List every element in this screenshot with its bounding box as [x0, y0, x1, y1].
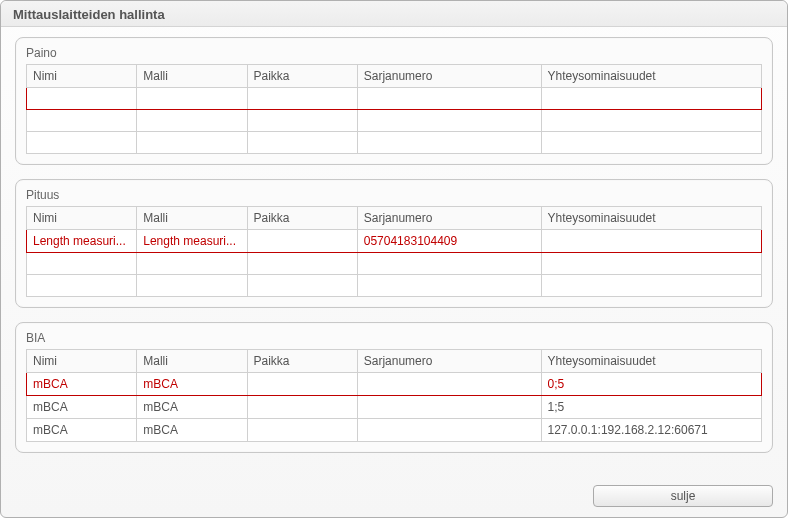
cell-sarja[interactable] [357, 419, 541, 442]
table-bia[interactable]: Nimi Malli Paikka Sarjanumero Yhteysomin… [26, 349, 762, 442]
group-pituus: Pituus Nimi Malli Paikka Sarjanumero Yht… [15, 179, 773, 308]
cell-yht[interactable]: 0;5 [541, 373, 762, 396]
cell-sarja[interactable] [357, 132, 541, 154]
group-label-pituus: Pituus [26, 188, 762, 202]
cell-yht[interactable]: 1;5 [541, 396, 762, 419]
col-header-yht[interactable]: Yhteysominaisuudet [541, 207, 762, 230]
table-paino[interactable]: Nimi Malli Paikka Sarjanumero Yhteysomin… [26, 64, 762, 154]
col-header-sarja[interactable]: Sarjanumero [357, 207, 541, 230]
cell-yht[interactable] [541, 275, 762, 297]
footer: sulje [1, 477, 787, 517]
table-row[interactable]: mBCAmBCA1;5 [27, 396, 762, 419]
cell-malli[interactable]: Length measuri... [137, 230, 247, 253]
table-header-row: Nimi Malli Paikka Sarjanumero Yhteysomin… [27, 65, 762, 88]
col-header-nimi[interactable]: Nimi [27, 65, 137, 88]
table-header-row: Nimi Malli Paikka Sarjanumero Yhteysomin… [27, 350, 762, 373]
col-header-malli[interactable]: Malli [137, 207, 247, 230]
cell-nimi[interactable] [27, 132, 137, 154]
col-header-malli[interactable]: Malli [137, 350, 247, 373]
cell-paikka[interactable] [247, 132, 357, 154]
cell-paikka[interactable] [247, 88, 357, 110]
window-title: Mittauslaitteiden hallinta [1, 1, 787, 27]
table-row[interactable]: mBCAmBCA127.0.0.1:192.168.2.12:60671 [27, 419, 762, 442]
cell-malli[interactable]: mBCA [137, 396, 247, 419]
cell-nimi[interactable]: mBCA [27, 373, 137, 396]
cell-sarja[interactable] [357, 88, 541, 110]
cell-paikka[interactable] [247, 230, 357, 253]
cell-nimi[interactable]: Length measuri... [27, 230, 137, 253]
cell-nimi[interactable]: mBCA [27, 396, 137, 419]
col-header-paikka[interactable]: Paikka [247, 207, 357, 230]
cell-sarja[interactable] [357, 275, 541, 297]
close-button[interactable]: sulje [593, 485, 773, 507]
table-row[interactable] [27, 110, 762, 132]
table-row[interactable]: mBCAmBCA0;5 [27, 373, 762, 396]
col-header-paikka[interactable]: Paikka [247, 350, 357, 373]
cell-nimi[interactable] [27, 253, 137, 275]
device-management-window: Mittauslaitteiden hallinta Paino Nimi Ma… [0, 0, 788, 518]
col-header-nimi[interactable]: Nimi [27, 207, 137, 230]
cell-paikka[interactable] [247, 275, 357, 297]
cell-paikka[interactable] [247, 396, 357, 419]
col-header-sarja[interactable]: Sarjanumero [357, 65, 541, 88]
table-row[interactable] [27, 275, 762, 297]
cell-nimi[interactable] [27, 110, 137, 132]
group-paino: Paino Nimi Malli Paikka Sarjanumero Yhte… [15, 37, 773, 165]
cell-malli[interactable]: mBCA [137, 373, 247, 396]
cell-malli[interactable] [137, 88, 247, 110]
group-bia: BIA Nimi Malli Paikka Sarjanumero Yhteys… [15, 322, 773, 453]
cell-malli[interactable] [137, 132, 247, 154]
table-row[interactable]: Length measuri...Length measuri...057041… [27, 230, 762, 253]
cell-sarja[interactable] [357, 253, 541, 275]
cell-yht[interactable] [541, 132, 762, 154]
col-header-nimi[interactable]: Nimi [27, 350, 137, 373]
table-header-row: Nimi Malli Paikka Sarjanumero Yhteysomin… [27, 207, 762, 230]
table-pituus[interactable]: Nimi Malli Paikka Sarjanumero Yhteysomin… [26, 206, 762, 297]
cell-paikka[interactable] [247, 419, 357, 442]
cell-yht[interactable]: 127.0.0.1:192.168.2.12:60671 [541, 419, 762, 442]
cell-paikka[interactable] [247, 110, 357, 132]
cell-malli[interactable]: mBCA [137, 419, 247, 442]
col-header-paikka[interactable]: Paikka [247, 65, 357, 88]
cell-nimi[interactable] [27, 88, 137, 110]
cell-sarja[interactable] [357, 110, 541, 132]
cell-malli[interactable] [137, 275, 247, 297]
table-body-pituus: Length measuri...Length measuri...057041… [27, 230, 762, 297]
cell-nimi[interactable] [27, 275, 137, 297]
table-body-bia: mBCAmBCA0;5mBCAmBCA1;5mBCAmBCA127.0.0.1:… [27, 373, 762, 442]
cell-yht[interactable] [541, 230, 762, 253]
cell-paikka[interactable] [247, 253, 357, 275]
col-header-yht[interactable]: Yhteysominaisuudet [541, 65, 762, 88]
cell-malli[interactable] [137, 110, 247, 132]
group-label-bia: BIA [26, 331, 762, 345]
cell-nimi[interactable]: mBCA [27, 419, 137, 442]
group-label-paino: Paino [26, 46, 762, 60]
table-row[interactable] [27, 132, 762, 154]
table-row[interactable] [27, 88, 762, 110]
table-body-paino [27, 88, 762, 154]
table-row[interactable] [27, 253, 762, 275]
col-header-malli[interactable]: Malli [137, 65, 247, 88]
cell-yht[interactable] [541, 253, 762, 275]
cell-sarja[interactable] [357, 373, 541, 396]
cell-yht[interactable] [541, 88, 762, 110]
cell-sarja[interactable]: 05704183104409 [357, 230, 541, 253]
col-header-sarja[interactable]: Sarjanumero [357, 350, 541, 373]
cell-paikka[interactable] [247, 373, 357, 396]
content-area: Paino Nimi Malli Paikka Sarjanumero Yhte… [1, 27, 787, 477]
col-header-yht[interactable]: Yhteysominaisuudet [541, 350, 762, 373]
cell-malli[interactable] [137, 253, 247, 275]
cell-sarja[interactable] [357, 396, 541, 419]
cell-yht[interactable] [541, 110, 762, 132]
